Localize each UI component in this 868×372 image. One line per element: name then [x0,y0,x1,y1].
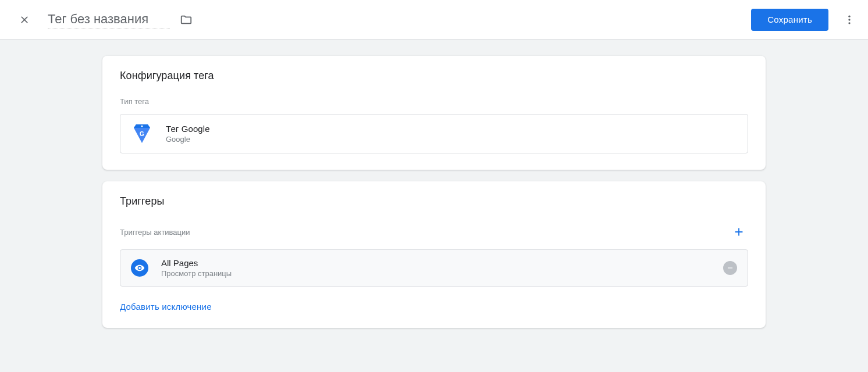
svg-point-0 [848,15,850,17]
close-icon [19,14,30,26]
tag-type-label: Тип тега [120,97,748,106]
trigger-name: All Pages [161,258,723,268]
svg-point-2 [848,22,850,24]
eye-icon [134,263,145,273]
google-tag-icon: G [131,123,153,145]
tag-configuration-card: Конфигурация тега Тип тега G Тег Google … [102,56,766,170]
trigger-type: Просмотр страницы [161,269,723,278]
tag-type-name: Тег Google [166,124,210,134]
svg-text:G: G [140,131,144,137]
activation-triggers-header: Триггеры активации [120,223,748,241]
tag-type-selector[interactable]: G Тег Google Google [120,114,748,153]
close-button[interactable] [14,9,35,30]
minus-icon [726,264,734,272]
triggers-card: Триггеры Триггеры активации All Pages Пр… [102,181,766,328]
remove-trigger-button[interactable] [723,261,737,275]
add-trigger-button[interactable] [730,223,748,241]
plus-icon [732,226,745,238]
svg-point-3 [141,126,143,127]
save-button[interactable]: Сохранить [751,9,828,31]
activation-triggers-label: Триггеры активации [120,228,190,237]
folder-icon [180,13,193,26]
tag-name-input[interactable] [48,10,170,28]
tag-type-vendor: Google [166,135,210,144]
pageview-trigger-icon [131,259,148,277]
overflow-menu-button[interactable] [841,12,858,28]
tag-type-text: Тег Google Google [166,124,210,144]
editor-header: Сохранить [0,0,868,40]
svg-point-1 [848,19,850,20]
more-vert-icon [844,14,855,26]
trigger-row[interactable]: All Pages Просмотр страницы [120,249,748,287]
tag-configuration-heading: Конфигурация тега [120,70,748,82]
editor-canvas: Конфигурация тега Тип тега G Тег Google … [0,40,868,372]
triggers-heading: Триггеры [120,195,748,208]
folder-button[interactable] [178,12,194,28]
add-exception-link[interactable]: Добавить исключение [120,302,212,312]
trigger-text: All Pages Просмотр страницы [161,258,723,278]
svg-rect-5 [728,267,732,268]
